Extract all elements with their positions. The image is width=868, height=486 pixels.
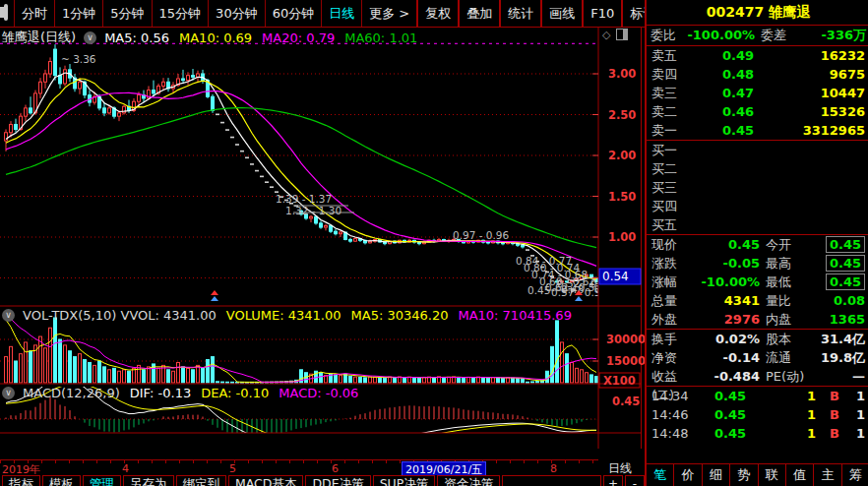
toolbar-period-1[interactable]: 1分钟 bbox=[54, 0, 102, 27]
bid-row-4[interactable]: 买四 bbox=[647, 197, 868, 215]
field-value: 1365 bbox=[803, 310, 865, 329]
field-value-inner: 0.08 bbox=[834, 293, 865, 308]
bid-price bbox=[691, 141, 754, 159]
indicator-tab-DDE决策[interactable]: DDE决策 bbox=[305, 475, 370, 486]
ask-label: 卖三 bbox=[651, 84, 691, 102]
diamond-icon[interactable]: ◇ bbox=[602, 29, 610, 41]
toolbar-period-4[interactable]: 30分钟 bbox=[208, 0, 265, 27]
tick-row-0[interactable]: 14:340.451B1 bbox=[647, 387, 868, 405]
ask-label: 卖四 bbox=[651, 65, 691, 84]
svg-text:X100: X100 bbox=[603, 374, 636, 388]
quote-tab-势[interactable]: 势 bbox=[730, 464, 758, 486]
split-view-icon[interactable] bbox=[616, 29, 628, 40]
weibi-label: 委比 bbox=[651, 26, 680, 45]
indicator-tab-绑定到[interactable]: 绑定到 bbox=[176, 475, 227, 486]
tick-row-1[interactable]: 14:460.451B1 bbox=[647, 405, 868, 424]
quote-main-row-3: 总量4341量比0.08 bbox=[647, 291, 868, 310]
indicator-tab-管理[interactable]: 管理 bbox=[83, 475, 121, 486]
quote-panel: 002477 雏鹰退 委比 -100.00% 委差 -336万 卖五0.4916… bbox=[645, 0, 868, 486]
toolbar-period-5[interactable]: 60分钟 bbox=[265, 0, 322, 27]
ask-row-4[interactable]: 卖四0.489675 bbox=[647, 65, 868, 84]
svg-text:1.50: 1.50 bbox=[608, 190, 636, 204]
toolbar-tool-2[interactable]: 统计 bbox=[499, 0, 540, 27]
svg-text:1.39 - 1.37: 1.39 - 1.37 bbox=[276, 193, 332, 205]
ask-price: 0.47 bbox=[691, 84, 754, 102]
indicator-tab-模板[interactable]: 模板 bbox=[42, 475, 81, 486]
date-axis[interactable]: 2019年4568 2019/06/21/五 bbox=[0, 459, 598, 476]
tick-row-2[interactable]: 14:480.451B1 bbox=[647, 424, 868, 443]
indicator-tab-MACD基本[interactable]: MACD基本 bbox=[228, 475, 303, 486]
bid-queue: 买一买二买三买四买五 bbox=[647, 141, 868, 234]
quote-tab-价[interactable]: 价 bbox=[674, 464, 702, 486]
bid-label: 买五 bbox=[651, 215, 691, 234]
toolbar-tool-4[interactable]: F10 bbox=[582, 0, 621, 27]
chart-corner-icons: ◇ bbox=[602, 29, 628, 41]
bid-row-1[interactable]: 买一 bbox=[647, 141, 868, 159]
toolbar-tool-0[interactable]: 复权 bbox=[416, 0, 458, 27]
field-value: 0.45 bbox=[803, 235, 865, 254]
toolbar-tool-1[interactable]: 叠加 bbox=[458, 0, 499, 27]
weicha-label: 委差 bbox=[755, 26, 788, 45]
window-split-icon[interactable] bbox=[4, 4, 8, 21]
quote-tab-联[interactable]: 联 bbox=[759, 464, 786, 486]
zoom-out-button[interactable]: - bbox=[625, 475, 645, 486]
ask-row-3[interactable]: 卖三0.4710447 bbox=[647, 84, 868, 102]
field-label: 涨跌 bbox=[651, 254, 695, 273]
toolbar-period-6[interactable]: 日线 bbox=[321, 0, 361, 27]
quote-tab-笔[interactable]: 笔 bbox=[647, 464, 674, 486]
svg-text:2.50: 2.50 bbox=[608, 108, 636, 122]
bid-price bbox=[691, 159, 754, 178]
toolbar-period-7[interactable]: 更多 > bbox=[361, 0, 416, 27]
ask-row-2[interactable]: 卖二0.4615326 bbox=[647, 102, 868, 121]
ask-row-1[interactable]: 卖一0.453312965 bbox=[647, 121, 868, 140]
weibi-value: -100.00% bbox=[680, 26, 755, 45]
field-label: 外盘 bbox=[651, 310, 695, 329]
quote-tab-细[interactable]: 细 bbox=[703, 464, 730, 486]
tick-price: 0.45 bbox=[693, 424, 746, 443]
bid-volume bbox=[754, 178, 865, 197]
date-label-4: 8 bbox=[550, 462, 557, 475]
indicator-tab-SUP决策[interactable]: SUP决策 bbox=[373, 475, 436, 486]
svg-text:3.00: 3.00 bbox=[608, 67, 636, 81]
quote-tab-值[interactable]: 值 bbox=[786, 464, 814, 486]
indicator-tab-另存为[interactable]: 另存为 bbox=[123, 475, 174, 486]
chevron-down-icon[interactable]: ∨ bbox=[2, 309, 15, 322]
top-toolbar: 分时1分钟5分钟15分钟30分钟60分钟日线更多 > 复权叠加统计画线F10标记… bbox=[0, 0, 645, 28]
field-value-inner: 0.45 bbox=[826, 236, 865, 253]
quote-tab-筹[interactable]: 筹 bbox=[842, 464, 868, 486]
indicator-tab-指标[interactable]: 指标 bbox=[2, 475, 40, 486]
ask-row-5[interactable]: 卖五0.4916232 bbox=[647, 46, 868, 65]
bid-volume bbox=[754, 159, 865, 178]
tick-time: 14:34 bbox=[651, 387, 693, 405]
toolbar-tool-3[interactable]: 画线 bbox=[540, 0, 582, 27]
bid-row-3[interactable]: 买三 bbox=[647, 178, 868, 197]
indicator-tab-资金决策[interactable]: 资金决策 bbox=[437, 475, 500, 486]
bid-row-5[interactable]: 买五 bbox=[647, 215, 868, 234]
quote-main-row-0: 现价0.45今开0.45 bbox=[647, 235, 868, 254]
quote-main-row-1: 涨跌-0.05最高0.45 bbox=[647, 254, 868, 273]
tick-volume: 1 bbox=[746, 424, 816, 443]
tick-direction: B bbox=[816, 405, 839, 424]
svg-text:1.00: 1.00 bbox=[608, 230, 636, 244]
chevron-down-icon[interactable]: ∨ bbox=[2, 387, 15, 399]
quote-tab-主[interactable]: 主 bbox=[814, 464, 841, 486]
ask-price: 0.46 bbox=[691, 102, 754, 121]
bid-volume bbox=[754, 215, 865, 234]
tick-trade-list[interactable]: 14:340.451B114:460.451B114:480.451B1 bbox=[647, 387, 868, 443]
field-label: 内盘 bbox=[760, 310, 803, 329]
toolbar-period-2[interactable]: 5分钟 bbox=[102, 0, 151, 27]
field-label: 换手 bbox=[651, 330, 695, 348]
stock-title[interactable]: 002477 雏鹰退 bbox=[647, 0, 868, 25]
tick-volume: 1 bbox=[746, 405, 816, 424]
bid-row-2[interactable]: 买二 bbox=[647, 159, 868, 178]
svg-text:0.45: 0.45 bbox=[527, 284, 550, 296]
quote-main-row-2: 涨幅-10.00%最低0.45 bbox=[647, 273, 868, 291]
quote-panel-tabs: 笔价细势联值主筹 bbox=[647, 463, 868, 486]
toolbar-period-3[interactable]: 15分钟 bbox=[152, 0, 209, 27]
toolbar-period-0[interactable]: 分时 bbox=[14, 0, 54, 27]
chevron-down-icon[interactable]: ∨ bbox=[84, 31, 96, 44]
zoom-in-button[interactable]: + bbox=[603, 475, 623, 486]
kline-chart[interactable]: ~ 3.361.39 - 1.371.32 - 1.300.97 - 0.960… bbox=[0, 27, 645, 449]
date-axis-ticks bbox=[0, 460, 598, 463]
ask-label: 卖五 bbox=[651, 46, 691, 65]
